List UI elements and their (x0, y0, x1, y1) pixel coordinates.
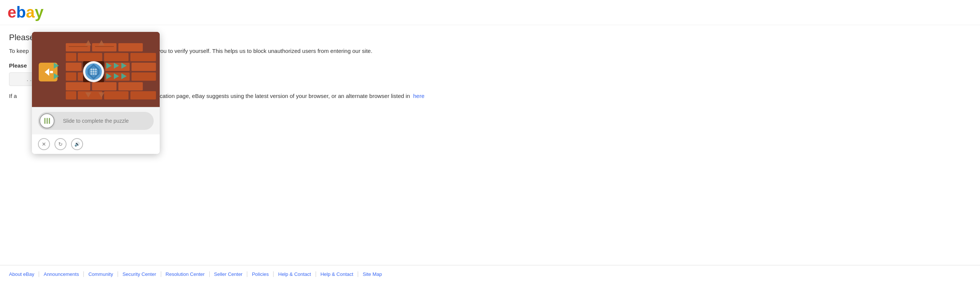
svg-point-32 (91, 71, 92, 73)
ebay-logo[interactable]: e b a y (8, 5, 972, 20)
svg-point-35 (91, 73, 92, 75)
svg-point-30 (93, 69, 95, 71)
puzzle-actions: ✕ ↻ 🔊 (32, 134, 160, 154)
svg-rect-7 (104, 53, 129, 61)
svg-rect-21 (104, 91, 129, 100)
footer-link-community[interactable]: Community (84, 271, 118, 277)
refresh-icon: ↻ (58, 141, 63, 147)
svg-rect-19 (118, 82, 143, 90)
slide-bar-container: Slide to complete the puzzle (32, 107, 160, 134)
svg-rect-8 (66, 53, 76, 61)
svg-rect-15 (132, 73, 156, 81)
footer-link-help-contact[interactable]: Help & Contact (316, 271, 358, 277)
svg-point-31 (95, 69, 97, 71)
logo-a: a (26, 5, 35, 20)
svg-rect-18 (92, 82, 116, 90)
handle-bar-1 (45, 118, 46, 124)
footer-link-site-map[interactable]: Site Map (358, 271, 386, 277)
close-button[interactable]: ✕ (38, 138, 50, 150)
footer-link-policies[interactable]: Policies (247, 271, 274, 277)
logo-y: y (35, 5, 43, 20)
slide-handle-icon (45, 118, 50, 124)
audio-icon: 🔊 (75, 141, 80, 147)
close-icon: ✕ (42, 141, 46, 147)
svg-rect-22 (130, 91, 156, 100)
svg-rect-5 (118, 43, 143, 51)
logo-e: e (8, 5, 16, 20)
logo-b: b (16, 5, 26, 20)
svg-rect-10 (66, 63, 81, 71)
puzzle-illustration (32, 32, 160, 107)
puzzle-image-area (32, 32, 160, 107)
footer-link-security-center[interactable]: Security Center (118, 271, 161, 277)
puzzle-modal: Slide to complete the puzzle ✕ ↻ 🔊 (32, 32, 160, 154)
slide-handle[interactable] (40, 113, 54, 128)
svg-rect-40 (50, 71, 53, 73)
footer-link-about[interactable]: About eBay (9, 271, 39, 277)
svg-rect-9 (130, 53, 156, 61)
svg-rect-23 (66, 91, 76, 100)
svg-point-29 (91, 69, 92, 71)
footer-link-affiliates[interactable]: Help & Contact (274, 271, 316, 277)
here-link[interactable]: here (414, 93, 425, 99)
handle-bar-3 (49, 118, 50, 124)
footer-link-announcements[interactable]: Announcements (39, 271, 84, 277)
svg-rect-6 (78, 53, 102, 61)
svg-rect-3 (92, 43, 116, 51)
slide-instruction-text: Slide to complete the puzzle (54, 118, 152, 124)
footer-link-resolution-center[interactable]: Resolution Center (161, 271, 210, 277)
footer-link-seller-center[interactable]: Seller Center (210, 271, 248, 277)
header: e b a y (0, 0, 980, 25)
svg-point-36 (93, 73, 95, 75)
svg-rect-12 (132, 63, 156, 71)
slide-bar[interactable]: Slide to complete the puzzle (38, 112, 154, 130)
svg-point-37 (95, 73, 97, 75)
footer: About eBay Announcements Community Secur… (0, 265, 980, 283)
svg-point-33 (93, 71, 95, 73)
refresh-button[interactable]: ↻ (54, 138, 67, 150)
svg-rect-16 (66, 73, 76, 81)
audio-button[interactable]: 🔊 (71, 138, 83, 150)
svg-rect-17 (66, 82, 90, 90)
handle-bar-2 (46, 118, 48, 124)
svg-point-34 (95, 71, 97, 73)
